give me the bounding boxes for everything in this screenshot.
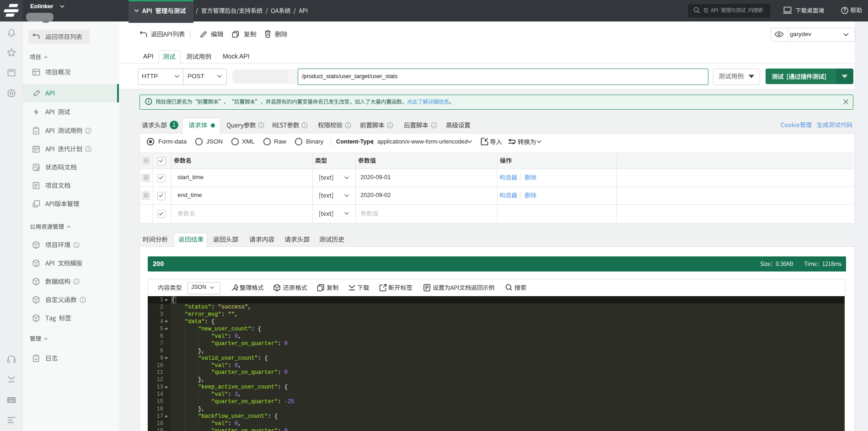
svg-text:?: ? [843,8,846,13]
